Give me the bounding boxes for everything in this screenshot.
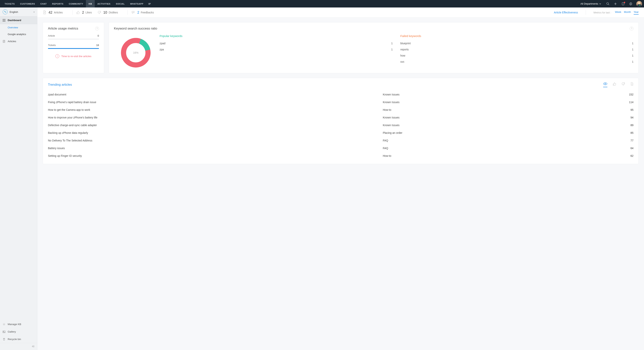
dislikes-count: 10 — [103, 10, 107, 14]
keyword-row[interactable]: svc1 — [400, 59, 634, 65]
tab-activities[interactable]: ACTIVITIES — [95, 0, 113, 7]
article-category: Known Issues — [383, 124, 622, 127]
sidebar-item-gallery[interactable]: Gallery — [0, 328, 37, 336]
article-title[interactable]: How to improve your zPhone's battery lif… — [48, 116, 383, 119]
article-title[interactable]: No Delivery To The Selected Address — [48, 139, 383, 142]
svg-point-2 — [630, 3, 631, 4]
keyword-row[interactable]: zpad1 — [160, 40, 393, 46]
help-button[interactable]: ? — [95, 27, 99, 30]
sidebar-item-recycle-bin[interactable]: Recycle bin — [0, 336, 37, 343]
range-month[interactable]: Month — [624, 10, 631, 14]
metric-tickets: Tickets 18 — [48, 44, 99, 49]
article-views: 152 — [622, 93, 634, 96]
settings-button[interactable] — [628, 0, 634, 7]
sidebar-item-overview[interactable]: Overview — [0, 24, 37, 31]
language-selector[interactable]: English ▾ — [0, 7, 37, 16]
add-button[interactable] — [612, 0, 619, 7]
svg-rect-4 — [4, 19, 5, 20]
article-title[interactable]: Defective charge-and-sync cable adapter — [48, 124, 383, 127]
summary-bar: 42 Articles 2 Likes 10 Dislikes — [38, 7, 644, 18]
alert-icon: ! — [56, 54, 59, 58]
sidebar-item-dashboard[interactable]: Dashboard — [0, 16, 37, 24]
revisit-warning: ! Time to re-visit the articles — [48, 54, 99, 58]
svg-point-13 — [605, 83, 606, 84]
card-trending-articles: Trending articles zpad docume — [43, 78, 639, 164]
keyword-row[interactable]: blueprint1 — [400, 40, 634, 46]
thumbs-down-icon — [98, 11, 101, 14]
keyword-count: 1 — [632, 48, 634, 51]
article-title[interactable]: Fixing zPhone's rapid battery drain issu… — [48, 101, 383, 104]
tab-reports[interactable]: REPORTS — [50, 0, 66, 7]
tab-tickets[interactable]: TICKETS — [2, 0, 18, 7]
article-category: Known Issues — [383, 116, 622, 119]
sidebar-item-articles[interactable]: Articles — [0, 37, 37, 45]
trending-row: How to improve your zPhone's battery lif… — [48, 114, 634, 121]
keyword-row[interactable]: reports1 — [400, 46, 634, 52]
tab-kb[interactable]: KB — [86, 0, 95, 7]
article-views: 89 — [622, 124, 634, 127]
trending-row: Fixing zPhone's rapid battery drain issu… — [48, 98, 634, 106]
svg-rect-5 — [3, 20, 4, 21]
card-title: Trending articles — [48, 83, 72, 87]
sort-likes-button[interactable] — [613, 82, 616, 87]
user-status-indicator — [639, 4, 640, 6]
donut-chart: 16% — [120, 37, 152, 69]
dashboard-icon — [3, 19, 6, 22]
keyword-text: reports — [400, 48, 409, 51]
keyword-count: 1 — [632, 54, 634, 57]
tab-chat[interactable]: CHAT — [38, 0, 49, 7]
card-keyword-search: Keyword search success ratio ? 16% Popul… — [109, 22, 639, 73]
article-title[interactable]: Backing up zPhone data regularly — [48, 131, 383, 134]
sidebar-item-manage-kb[interactable]: Manage KB — [0, 321, 37, 328]
notifications-button[interactable] — [620, 0, 626, 7]
translate-icon — [3, 9, 8, 14]
metric-value: 0 — [98, 34, 99, 37]
sort-feedbacks-button[interactable] — [630, 82, 634, 87]
thumbs-up-icon — [613, 82, 616, 86]
article-category: How-to — [383, 154, 622, 157]
search-button[interactable] — [604, 0, 611, 7]
overflow-icon — [148, 3, 151, 5]
failed-keywords: Failed keywords blueprint1reports1how1sv… — [400, 34, 634, 69]
svg-rect-6 — [4, 20, 5, 21]
sidebar-item-google-analytics[interactable]: Google analytics — [0, 31, 37, 37]
keyword-row[interactable]: zpa1 — [160, 46, 393, 52]
department-selector[interactable]: All Departments — [578, 2, 603, 5]
sidebar-collapse-button[interactable] — [0, 343, 37, 350]
article-views: 94 — [622, 116, 634, 119]
tab-community[interactable]: COMMUNITY — [66, 0, 86, 7]
article-category: Known Issues — [383, 101, 622, 104]
keyword-text: blueprint — [400, 42, 411, 45]
article-effectiveness-link[interactable]: Article Effectiveness — [554, 11, 578, 14]
range-year[interactable]: Year — [634, 10, 639, 14]
stat-feedbacks[interactable]: 2 Feedbacks — [132, 10, 154, 14]
department-label: All Departments — [580, 2, 598, 5]
trending-row: zpad documentKnown Issues152 — [48, 91, 634, 98]
dislikes-label: Dislikes — [109, 11, 118, 14]
article-views: 85 — [622, 131, 634, 134]
feedbacks-label: Feedbacks — [141, 11, 154, 14]
help-button[interactable]: ? — [630, 27, 634, 30]
article-title[interactable]: Battery issues — [48, 147, 383, 150]
plus-icon — [614, 2, 617, 5]
tabs-overflow-button[interactable] — [146, 0, 153, 7]
tab-customers[interactable]: CUSTOMERS — [18, 0, 38, 7]
column-title: Failed keywords — [400, 34, 634, 37]
trend-sort-icons — [603, 82, 634, 87]
article-title[interactable]: How to get the Camera app to work — [48, 108, 383, 111]
articles-label: Articles — [54, 11, 63, 14]
article-title[interactable]: Setting up Finger ID security — [48, 154, 383, 157]
divider — [128, 10, 128, 15]
tab-social[interactable]: SOCIAL — [113, 0, 127, 7]
article-title[interactable]: zpad document — [48, 93, 383, 96]
sidebar: English ▾ Dashboard Overview Google anal… — [0, 7, 38, 350]
tab-whatsapp[interactable]: WHATSAPP — [127, 0, 146, 7]
range-week[interactable]: Week — [615, 10, 621, 14]
topnav-right: All Departments — [578, 0, 642, 7]
keyword-row[interactable]: how1 — [400, 52, 634, 59]
article-category: How-to — [383, 108, 622, 111]
image-icon — [3, 331, 6, 333]
sort-views-button[interactable] — [603, 82, 607, 87]
card-article-usage: Article usage metrics ? Article 0 Ticket… — [43, 22, 104, 73]
sort-dislikes-button[interactable] — [622, 82, 625, 87]
